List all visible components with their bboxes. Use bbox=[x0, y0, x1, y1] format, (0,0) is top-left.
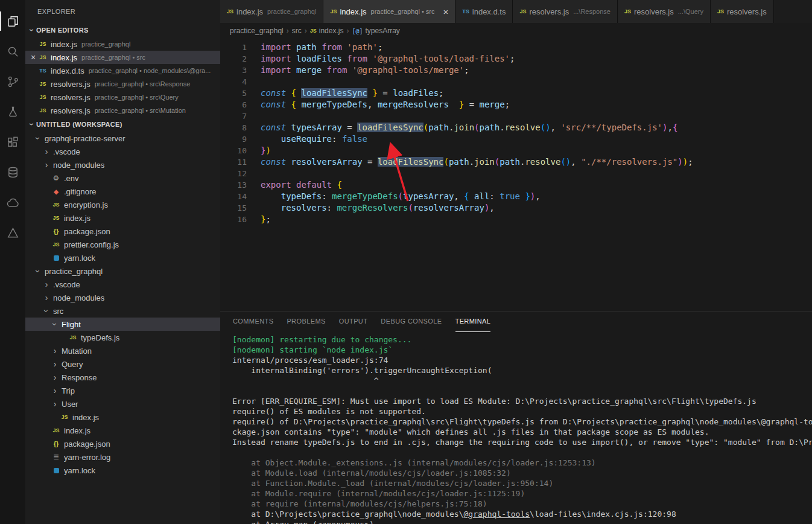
editor-tab[interactable]: JSindex.jspractice_graphql • src× bbox=[323, 0, 455, 23]
explorer-icon[interactable] bbox=[0, 6, 25, 36]
source-control-icon[interactable] bbox=[0, 66, 25, 97]
file-row[interactable]: JSencryption.js bbox=[25, 198, 220, 211]
code-line[interactable]: }; bbox=[261, 214, 812, 225]
log-file-icon: ≣ bbox=[51, 453, 62, 461]
triangle-icon[interactable] bbox=[0, 217, 25, 248]
line-number: 15 bbox=[220, 202, 247, 214]
file-row[interactable]: JSindex.js bbox=[25, 211, 220, 225]
open-editor-item[interactable]: TSindex.d.tspractice_graphql • node_modu… bbox=[25, 64, 220, 77]
gear-file-icon: ⚙ bbox=[51, 174, 62, 182]
code-line[interactable]: typeDefs: mergeTypeDefs(typesArray, { al… bbox=[261, 191, 812, 202]
line-number: 9 bbox=[220, 133, 247, 145]
terminal-line: at Function.Module._load (internal/modul… bbox=[232, 478, 812, 488]
breadcrumb-item[interactable]: src bbox=[292, 27, 302, 35]
close-icon[interactable]: × bbox=[29, 53, 37, 62]
breadcrumb-item[interactable]: JSindex.js bbox=[310, 27, 344, 35]
code-line[interactable] bbox=[261, 168, 812, 179]
code-line[interactable]: const resolversArray = loadFilesSync(pat… bbox=[261, 156, 812, 168]
tree-item-label: graphql-practice-server bbox=[45, 134, 125, 143]
line-number: 8 bbox=[220, 122, 247, 133]
yarn-file-icon bbox=[51, 255, 62, 261]
file-row[interactable]: JSindex.js bbox=[25, 411, 220, 424]
open-editor-item[interactable]: JSresolvers.jspractice_graphql • src\Mut… bbox=[25, 104, 220, 117]
folder-row[interactable]: ›Mutation bbox=[25, 344, 220, 357]
file-row[interactable]: ◆.gitignore bbox=[25, 185, 220, 198]
code-line[interactable] bbox=[261, 76, 812, 88]
folder-row[interactable]: ›Response bbox=[25, 371, 220, 384]
search-icon[interactable] bbox=[0, 36, 25, 66]
folder-row[interactable]: ›node_modules bbox=[25, 291, 220, 304]
terminal-output[interactable]: [nodemon] restarting due to changes...[n… bbox=[220, 334, 812, 524]
panel-tab-debug-console[interactable]: DEBUG CONSOLE bbox=[381, 312, 442, 332]
code-line[interactable]: export default { bbox=[261, 179, 812, 191]
open-editor-item[interactable]: JSresolvers.jspractice_graphql • src\Que… bbox=[25, 91, 220, 104]
terminal-line: at Object.Module._extensions..js (intern… bbox=[232, 458, 812, 468]
line-number: 10 bbox=[220, 145, 247, 156]
file-row[interactable]: ⚙.env bbox=[25, 171, 220, 185]
ts-file-icon: TS bbox=[462, 8, 469, 14]
folder-row[interactable]: ›src bbox=[25, 304, 220, 318]
editor-tab[interactable]: TSindex.d.ts bbox=[455, 0, 513, 23]
code-line[interactable]: import path from 'path'; bbox=[261, 42, 812, 53]
panel-tab-problems[interactable]: PROBLEMS bbox=[287, 312, 325, 332]
file-row[interactable]: ≣yarn-error.log bbox=[25, 450, 220, 464]
database-icon[interactable] bbox=[0, 157, 25, 187]
tab-label: index.js bbox=[340, 7, 366, 16]
folder-row[interactable]: ›practice_graphql bbox=[25, 264, 220, 278]
editor-tab[interactable]: JSresolvers.js...\Response bbox=[513, 0, 618, 23]
js-file-icon: JS bbox=[37, 54, 48, 60]
panel-tab-comments[interactable]: COMMENTS bbox=[233, 312, 273, 332]
explorer-sidebar: EXPLORER › OPEN EDITORS JSindex.jspracti… bbox=[25, 0, 220, 524]
folder-row[interactable]: ›User bbox=[25, 397, 220, 411]
breadcrumb-item[interactable]: practice_graphql bbox=[230, 27, 284, 35]
file-row[interactable]: {}package.json bbox=[25, 225, 220, 238]
code-line[interactable]: resolvers: mergeResolvers(resolversArray… bbox=[261, 202, 812, 214]
workspace-header[interactable]: › UNTITLED (WORKSPACE) bbox=[25, 117, 220, 132]
tree-item-label: src bbox=[53, 307, 63, 316]
close-icon[interactable]: × bbox=[443, 7, 449, 17]
code-line[interactable]: const typesArray = loadFilesSync(path.jo… bbox=[261, 122, 812, 133]
editor-tab[interactable]: JSresolvers.js...\Query bbox=[618, 0, 711, 23]
file-row[interactable]: JSindex.js bbox=[25, 424, 220, 437]
editor-tab[interactable]: JSindex.jspractice_graphql bbox=[220, 0, 323, 23]
cloud-icon[interactable] bbox=[0, 187, 25, 217]
code-line[interactable]: import loadFiles from '@graphql-tools/lo… bbox=[261, 53, 812, 65]
breadcrumb-item[interactable]: [@]typesArray bbox=[352, 27, 399, 35]
panel-tab-output[interactable]: OUTPUT bbox=[339, 312, 368, 332]
tree-item-label: yarn.lock bbox=[64, 254, 95, 263]
file-row[interactable]: JSprettier.config.js bbox=[25, 238, 220, 251]
file-row[interactable]: {}package.json bbox=[25, 437, 220, 450]
open-editor-item[interactable]: ×JSindex.jspractice_graphql • src bbox=[25, 51, 220, 64]
run-debug-icon[interactable] bbox=[0, 97, 25, 127]
terminal-line bbox=[232, 386, 812, 396]
folder-row[interactable]: ›graphql-practice-server bbox=[25, 132, 220, 145]
file-row[interactable]: yarn.lock bbox=[25, 251, 220, 264]
code-editor[interactable]: 12345678910111213141516 import path from… bbox=[220, 39, 812, 311]
code-line[interactable]: const { loadFilesSync } = loadFiles; bbox=[261, 88, 812, 99]
folder-row[interactable]: ›.vscode bbox=[25, 278, 220, 291]
file-row[interactable]: JStypeDefs.js bbox=[25, 331, 220, 344]
file-path-desc: practice_graphql • node_modules\@gra... bbox=[89, 67, 211, 74]
folder-row[interactable]: ›Query bbox=[25, 357, 220, 371]
folder-row[interactable]: ›Flight bbox=[25, 318, 220, 331]
code-line[interactable]: useRequire: false bbox=[261, 133, 812, 145]
extensions-icon[interactable] bbox=[0, 127, 25, 157]
panel-tab-terminal[interactable]: TERMINAL bbox=[455, 312, 491, 332]
open-editors-header[interactable]: › OPEN EDITORS bbox=[25, 23, 220, 37]
folder-row[interactable]: ›node_modules bbox=[25, 158, 220, 171]
open-editor-item[interactable]: JSindex.jspractice_graphql bbox=[25, 37, 220, 51]
json-file-icon: {} bbox=[51, 228, 62, 235]
terminal-link[interactable]: @graphql-tools bbox=[464, 510, 530, 519]
js-file-icon: JS bbox=[37, 107, 48, 113]
js-file-icon: JS bbox=[51, 202, 62, 208]
file-row[interactable]: yarn.lock bbox=[25, 464, 220, 477]
folder-row[interactable]: ›Trip bbox=[25, 384, 220, 397]
code-line[interactable]: const { mergeTypeDefs, mergeResolvers } … bbox=[261, 99, 812, 110]
editor-tab[interactable]: JSresolvers.js bbox=[711, 0, 774, 23]
code-line[interactable] bbox=[261, 110, 812, 122]
code-line[interactable]: }) bbox=[261, 145, 812, 156]
code-line[interactable]: import merge from '@graphql-tools/merge'… bbox=[261, 65, 812, 76]
open-editor-item[interactable]: JSresolvers.jspractice_graphql • src\Res… bbox=[25, 77, 220, 91]
chevron-right-icon: › bbox=[42, 161, 51, 169]
folder-row[interactable]: ›.vscode bbox=[25, 145, 220, 158]
